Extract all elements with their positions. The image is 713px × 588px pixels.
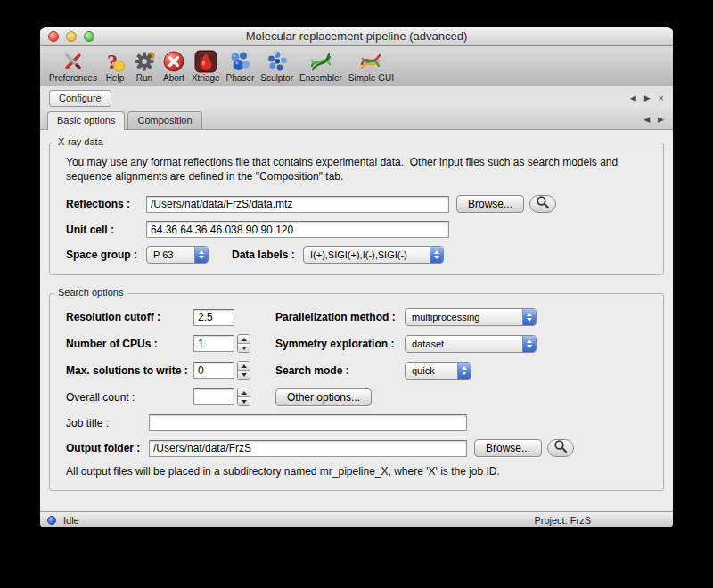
toolbar-item-phaser[interactable]: Phaser [226,50,255,83]
tab-strip-controls: ◀ ▶ × [630,94,664,102]
symmetry-exploration-value: dataset [412,339,449,349]
toolbar-item-sculptor[interactable]: Sculptor [260,50,293,83]
toolbar-item-simple-gui[interactable]: Simple GUI [348,50,394,83]
tab-configure[interactable]: Configure [49,90,111,107]
job-title-row: Job title : [66,414,647,431]
magnifier-icon [536,195,550,213]
toolbar-item-abort[interactable]: Abort [162,50,185,83]
tab-composition[interactable]: Composition [127,111,201,129]
toolbar-item-ensembler[interactable]: Ensembler [299,50,342,83]
resolution-cutoff-input[interactable] [193,309,234,326]
symmetry-exploration-label: Symmetry exploration : [275,338,405,350]
title-bar[interactable]: Molecular replacement pipeline (advanced… [40,27,673,46]
space-group-row: Space group : P 63 Data labels : I(+),SI… [66,246,647,264]
status-bar: Idle Project: FrzS [40,511,673,527]
options-tab-strip: Basic options Composition ◀ ▶ [40,110,673,130]
stepper-up-icon[interactable] [238,362,250,371]
toolbar: Preferences ? Help [40,46,673,86]
output-folder-input[interactable] [149,440,467,457]
dropdown-arrows-icon [522,309,536,325]
ribbons-green-icon [309,50,332,73]
project-label: Project: FrzS [534,515,591,526]
gear-icon [133,50,156,73]
droplet-icon [194,50,217,73]
data-labels-dropdown[interactable]: I(+),SIGI(+),I(-),SIGI(-) [303,246,444,264]
options-tab-controls: ◀ ▶ [643,115,673,124]
toolbar-item-label: Help [106,73,125,83]
overall-count-row: Overall count : Other options... [66,388,647,406]
help-icon: ? [103,50,127,73]
window-title: Molecular replacement pipeline (advanced… [246,29,468,43]
overall-count-input[interactable] [193,388,234,405]
space-group-value: P 63 [153,249,178,260]
reflections-input[interactable] [146,196,449,213]
number-of-cpus-label: Number of CPUs : [66,338,193,350]
close-button[interactable] [48,31,59,42]
basic-options-page: X-ray data You may use any format reflec… [40,130,673,511]
other-options-button[interactable]: Other options... [275,388,372,406]
tab-scroll-left-icon[interactable]: ◀ [630,94,636,102]
output-folder-label: Output folder : [66,442,149,454]
cpus-stepper[interactable] [237,334,250,353]
data-labels-value: I(+),SIGI(+),I(-),SIGI(-) [310,249,413,260]
space-group-dropdown[interactable]: P 63 [146,246,209,264]
search-options-group: Search options Resolution cutoff : Paral… [49,293,664,491]
notebook-tab-strip: Configure ◀ ▶ × [40,86,673,110]
xray-data-group-title: X-ray data [54,136,107,147]
tab-scroll-right-icon[interactable]: ▶ [644,94,651,102]
window-controls [48,31,94,42]
reflections-row: Reflections : Browse... [66,195,647,213]
stepper-up-icon[interactable] [238,388,250,397]
options-scroll-right-icon[interactable]: ▶ [658,115,664,124]
toolbar-item-help[interactable]: ? Help [103,50,127,83]
options-scroll-left-icon[interactable]: ◀ [643,115,650,124]
reflections-label: Reflections : [66,198,146,210]
output-folder-inspect-button[interactable] [547,439,574,457]
toolbar-item-label: Run [136,73,152,83]
magnifier-icon [553,439,568,457]
stepper-down-icon[interactable] [238,397,250,405]
minimize-button[interactable] [66,31,77,42]
parallelization-method-dropdown[interactable]: multiprocessing [405,308,537,326]
resolution-row: Resolution cutoff : Parallelization meth… [66,308,647,326]
toolbar-item-preferences[interactable]: Preferences [49,50,97,83]
unit-cell-input[interactable] [146,221,449,238]
dropdown-arrows-icon [457,363,471,379]
reflections-inspect-button[interactable] [529,195,556,213]
dropdown-arrows-icon [522,336,536,352]
toolbar-item-run[interactable]: Run [133,50,156,83]
parallelization-method-value: multiprocessing [412,312,485,323]
max-solutions-stepper[interactable] [237,361,250,380]
stepper-up-icon[interactable] [238,335,250,344]
tools-icon [61,50,85,73]
job-title-input[interactable] [149,414,467,431]
overall-count-stepper[interactable] [237,388,250,406]
cpus-row: Number of CPUs : Symmetry exploration : … [66,334,647,353]
max-solutions-input[interactable] [193,362,234,379]
output-folder-browse-button[interactable]: Browse... [474,439,542,457]
toolbar-item-label: Phaser [226,73,255,83]
unit-cell-row: Unit cell : [66,221,647,238]
number-of-cpus-input[interactable] [193,335,234,352]
abort-icon [162,50,185,73]
output-note: All output files will be placed in a sub… [66,465,647,478]
stepper-down-icon[interactable] [238,371,250,379]
toolbar-item-xtriage[interactable]: Xtriage [192,50,220,83]
tab-basic-options[interactable]: Basic options [47,111,125,130]
job-title-label: Job title : [66,417,149,429]
ribbons-multicolor-icon [359,50,382,73]
dropdown-arrows-icon [194,247,208,263]
zoom-button[interactable] [84,31,94,42]
xray-description: You may use any format reflections file … [66,156,647,184]
stepper-down-icon[interactable] [238,344,250,352]
space-group-label: Space group : [66,249,146,261]
symmetry-exploration-dropdown[interactable]: dataset [405,335,537,353]
status-indicator-icon [47,516,56,525]
svg-text:?: ? [107,50,118,73]
tab-close-icon[interactable]: × [659,94,664,102]
reflections-browse-button[interactable]: Browse... [456,195,524,213]
data-labels-label: Data labels : [232,249,303,261]
max-solutions-row: Max. solutions to write : Search mode : … [66,361,647,380]
status-text: Idle [63,515,79,526]
search-mode-dropdown[interactable]: quick [405,362,471,380]
